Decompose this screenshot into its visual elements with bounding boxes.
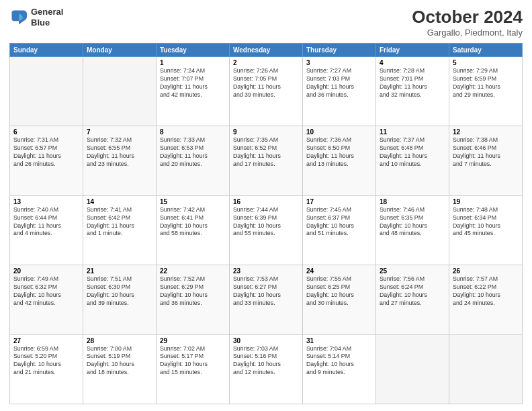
day-number: 28 bbox=[87, 337, 152, 345]
day-info: Sunrise: 7:56 AM Sunset: 6:24 PM Dayligh… bbox=[380, 275, 445, 308]
day-info: Sunrise: 7:55 AM Sunset: 6:25 PM Dayligh… bbox=[306, 275, 372, 308]
calendar-cell bbox=[83, 57, 157, 126]
day-info: Sunrise: 7:41 AM Sunset: 6:42 PM Dayligh… bbox=[87, 206, 152, 238]
day-number: 24 bbox=[306, 267, 372, 275]
day-info: Sunrise: 7:51 AM Sunset: 6:30 PM Dayligh… bbox=[87, 275, 152, 308]
logo: General Blue bbox=[9, 7, 63, 28]
day-info: Sunrise: 7:29 AM Sunset: 6:59 PM Dayligh… bbox=[453, 67, 519, 99]
day-number: 31 bbox=[306, 337, 372, 345]
day-number: 11 bbox=[380, 128, 445, 136]
calendar-cell: 30Sunrise: 7:03 AM Sunset: 5:16 PM Dayli… bbox=[230, 334, 303, 404]
day-number: 6 bbox=[13, 128, 79, 136]
day-number: 21 bbox=[87, 267, 152, 275]
day-number: 14 bbox=[87, 198, 152, 205]
day-info: Sunrise: 7:40 AM Sunset: 6:44 PM Dayligh… bbox=[13, 206, 79, 238]
day-info: Sunrise: 7:42 AM Sunset: 6:41 PM Dayligh… bbox=[160, 206, 226, 238]
day-info: Sunrise: 7:48 AM Sunset: 6:34 PM Dayligh… bbox=[453, 206, 519, 238]
calendar-week-5: 27Sunrise: 6:59 AM Sunset: 5:20 PM Dayli… bbox=[10, 334, 523, 404]
day-number: 29 bbox=[160, 337, 226, 345]
day-info: Sunrise: 7:36 AM Sunset: 6:50 PM Dayligh… bbox=[306, 136, 372, 169]
calendar-cell: 14Sunrise: 7:41 AM Sunset: 6:42 PM Dayli… bbox=[83, 195, 157, 265]
calendar-cell: 13Sunrise: 7:40 AM Sunset: 6:44 PM Dayli… bbox=[10, 195, 83, 265]
calendar-cell: 22Sunrise: 7:52 AM Sunset: 6:29 PM Dayli… bbox=[157, 265, 230, 334]
day-number: 27 bbox=[13, 337, 79, 345]
day-number: 5 bbox=[453, 59, 519, 66]
calendar-body: 1Sunrise: 7:24 AM Sunset: 7:07 PM Daylig… bbox=[10, 57, 523, 404]
calendar-cell: 4Sunrise: 7:28 AM Sunset: 7:01 PM Daylig… bbox=[376, 57, 449, 126]
day-info: Sunrise: 7:45 AM Sunset: 6:37 PM Dayligh… bbox=[306, 206, 372, 238]
day-number: 20 bbox=[13, 267, 79, 275]
calendar-cell: 2Sunrise: 7:26 AM Sunset: 7:05 PM Daylig… bbox=[230, 57, 303, 126]
day-info: Sunrise: 7:53 AM Sunset: 6:27 PM Dayligh… bbox=[233, 275, 299, 308]
calendar-cell bbox=[449, 334, 523, 404]
day-number: 17 bbox=[306, 198, 372, 205]
day-info: Sunrise: 7:52 AM Sunset: 6:29 PM Dayligh… bbox=[160, 275, 226, 308]
day-number: 8 bbox=[160, 128, 226, 136]
col-sunday: Sunday bbox=[10, 44, 83, 57]
day-info: Sunrise: 7:02 AM Sunset: 5:17 PM Dayligh… bbox=[160, 345, 226, 377]
calendar-week-3: 13Sunrise: 7:40 AM Sunset: 6:44 PM Dayli… bbox=[10, 195, 523, 265]
day-info: Sunrise: 7:57 AM Sunset: 6:22 PM Dayligh… bbox=[453, 275, 519, 308]
calendar-cell: 16Sunrise: 7:44 AM Sunset: 6:39 PM Dayli… bbox=[230, 195, 303, 265]
subtitle: Gargallo, Piedmont, Italy bbox=[412, 28, 523, 38]
day-number: 25 bbox=[380, 267, 445, 275]
calendar-cell bbox=[10, 57, 83, 126]
calendar-cell: 10Sunrise: 7:36 AM Sunset: 6:50 PM Dayli… bbox=[303, 126, 376, 195]
calendar-cell: 21Sunrise: 7:51 AM Sunset: 6:30 PM Dayli… bbox=[83, 265, 157, 334]
calendar-cell: 29Sunrise: 7:02 AM Sunset: 5:17 PM Dayli… bbox=[157, 334, 230, 404]
day-info: Sunrise: 7:38 AM Sunset: 6:46 PM Dayligh… bbox=[453, 136, 519, 169]
logo-text: General Blue bbox=[31, 7, 63, 28]
page: General Blue October 2024 Gargallo, Pied… bbox=[0, 0, 532, 411]
day-number: 19 bbox=[453, 198, 519, 205]
calendar-cell bbox=[376, 334, 449, 404]
col-friday: Friday bbox=[376, 44, 449, 57]
day-number: 1 bbox=[160, 59, 226, 66]
calendar-cell: 12Sunrise: 7:38 AM Sunset: 6:46 PM Dayli… bbox=[449, 126, 523, 195]
calendar-week-2: 6Sunrise: 7:31 AM Sunset: 6:57 PM Daylig… bbox=[10, 126, 523, 195]
calendar-cell: 24Sunrise: 7:55 AM Sunset: 6:25 PM Dayli… bbox=[303, 265, 376, 334]
col-tuesday: Tuesday bbox=[157, 44, 230, 57]
calendar-cell: 17Sunrise: 7:45 AM Sunset: 6:37 PM Dayli… bbox=[303, 195, 376, 265]
col-wednesday: Wednesday bbox=[230, 44, 303, 57]
day-info: Sunrise: 7:04 AM Sunset: 5:14 PM Dayligh… bbox=[306, 345, 372, 377]
calendar-week-4: 20Sunrise: 7:49 AM Sunset: 6:32 PM Dayli… bbox=[10, 265, 523, 334]
day-info: Sunrise: 7:28 AM Sunset: 7:01 PM Dayligh… bbox=[380, 67, 445, 99]
calendar-cell: 31Sunrise: 7:04 AM Sunset: 5:14 PM Dayli… bbox=[303, 334, 376, 404]
table-header: Sunday Monday Tuesday Wednesday Thursday… bbox=[10, 44, 523, 57]
main-title: October 2024 bbox=[412, 7, 523, 28]
day-number: 3 bbox=[306, 59, 372, 66]
day-number: 9 bbox=[233, 128, 299, 136]
col-thursday: Thursday bbox=[303, 44, 376, 57]
day-info: Sunrise: 7:00 AM Sunset: 5:19 PM Dayligh… bbox=[87, 345, 152, 377]
day-info: Sunrise: 7:03 AM Sunset: 5:16 PM Dayligh… bbox=[233, 345, 299, 377]
calendar-cell: 20Sunrise: 7:49 AM Sunset: 6:32 PM Dayli… bbox=[10, 265, 83, 334]
day-number: 2 bbox=[233, 59, 299, 66]
day-info: Sunrise: 7:26 AM Sunset: 7:05 PM Dayligh… bbox=[233, 67, 299, 99]
calendar-cell: 19Sunrise: 7:48 AM Sunset: 6:34 PM Dayli… bbox=[449, 195, 523, 265]
day-info: Sunrise: 7:27 AM Sunset: 7:03 PM Dayligh… bbox=[306, 67, 372, 99]
day-info: Sunrise: 7:44 AM Sunset: 6:39 PM Dayligh… bbox=[233, 206, 299, 238]
day-number: 10 bbox=[306, 128, 372, 136]
calendar-cell: 23Sunrise: 7:53 AM Sunset: 6:27 PM Dayli… bbox=[230, 265, 303, 334]
calendar-cell: 26Sunrise: 7:57 AM Sunset: 6:22 PM Dayli… bbox=[449, 265, 523, 334]
day-info: Sunrise: 7:37 AM Sunset: 6:48 PM Dayligh… bbox=[380, 136, 445, 169]
title-block: October 2024 Gargallo, Piedmont, Italy bbox=[412, 7, 523, 38]
calendar-cell: 1Sunrise: 7:24 AM Sunset: 7:07 PM Daylig… bbox=[157, 57, 230, 126]
calendar-cell: 27Sunrise: 6:59 AM Sunset: 5:20 PM Dayli… bbox=[10, 334, 83, 404]
day-number: 12 bbox=[453, 128, 519, 136]
day-number: 26 bbox=[453, 267, 519, 275]
calendar-cell: 5Sunrise: 7:29 AM Sunset: 6:59 PM Daylig… bbox=[449, 57, 523, 126]
calendar-cell: 6Sunrise: 7:31 AM Sunset: 6:57 PM Daylig… bbox=[10, 126, 83, 195]
day-info: Sunrise: 7:32 AM Sunset: 6:55 PM Dayligh… bbox=[87, 136, 152, 169]
calendar-cell: 28Sunrise: 7:00 AM Sunset: 5:19 PM Dayli… bbox=[83, 334, 157, 404]
day-number: 15 bbox=[160, 198, 226, 205]
calendar-table: Sunday Monday Tuesday Wednesday Thursday… bbox=[9, 43, 523, 404]
calendar-cell: 11Sunrise: 7:37 AM Sunset: 6:48 PM Dayli… bbox=[376, 126, 449, 195]
day-info: Sunrise: 7:33 AM Sunset: 6:53 PM Dayligh… bbox=[160, 136, 226, 169]
day-number: 16 bbox=[233, 198, 299, 205]
day-info: Sunrise: 7:35 AM Sunset: 6:52 PM Dayligh… bbox=[233, 136, 299, 169]
calendar-week-1: 1Sunrise: 7:24 AM Sunset: 7:07 PM Daylig… bbox=[10, 57, 523, 126]
day-number: 23 bbox=[233, 267, 299, 275]
day-number: 4 bbox=[380, 59, 445, 66]
day-number: 7 bbox=[87, 128, 152, 136]
